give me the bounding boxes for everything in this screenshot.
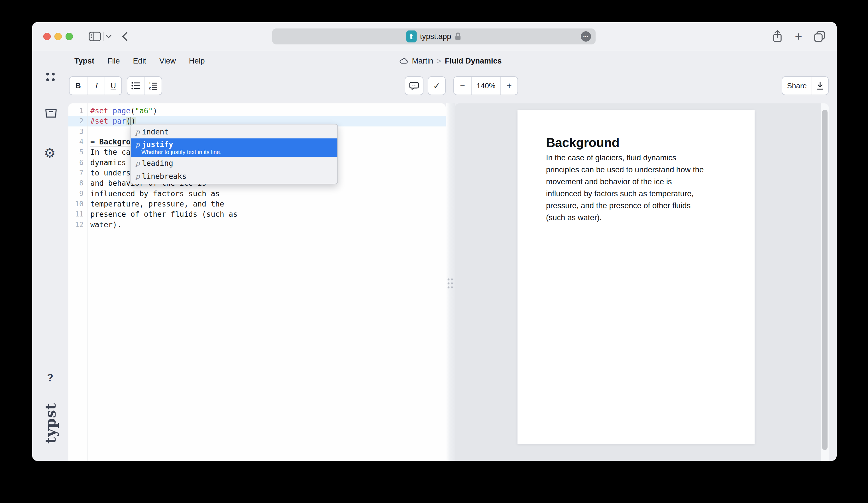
autocomplete-item-linebreaks[interactable]: plinebreaks (131, 170, 338, 183)
preview-text-line: pressure, and the presence of other flui… (546, 200, 704, 212)
code-token-pl: influenced by factors such as (90, 189, 220, 198)
code-token-pl: ( (131, 106, 135, 115)
line-number: 12 (69, 220, 83, 230)
cloud-icon (399, 57, 408, 64)
gutter-separator (87, 103, 88, 461)
line-number: 7 (69, 168, 83, 178)
parameter-icon: p (134, 172, 141, 180)
preview-scrollbar-thumb[interactable] (822, 110, 828, 450)
line-number: 9 (69, 189, 83, 199)
spellcheck-ok-button[interactable]: ✓ (428, 77, 445, 95)
code-token-pl (108, 106, 113, 115)
line-number: 8 (69, 178, 83, 188)
breadcrumb-separator: > (437, 56, 441, 66)
site-favicon: t (406, 31, 417, 42)
autocomplete-label: leading (142, 159, 173, 167)
files-panel-icon[interactable] (45, 108, 57, 120)
bold-button[interactable]: B (70, 77, 87, 95)
menu-item-edit[interactable]: Edit (133, 56, 146, 66)
menu-item-typst[interactable]: Typst (74, 56, 94, 66)
code-line[interactable]: water). (90, 220, 238, 230)
share-page-button[interactable] (772, 30, 783, 43)
numbered-list-icon: 1 2 (148, 82, 158, 90)
desktop-background: t typst.app ••• + (0, 0, 868, 503)
app-grid-icon[interactable] (45, 72, 55, 83)
browser-window: t typst.app ••• + (32, 22, 837, 461)
parameter-icon: p (134, 159, 141, 167)
line-number: 4 (69, 137, 83, 147)
resizer-drag-handle[interactable] (447, 278, 454, 291)
code-token-kw: #set (90, 106, 108, 115)
toolbar-divider (103, 32, 104, 41)
close-button[interactable] (43, 33, 51, 40)
menu-bar: TypstFileEditViewHelp (74, 56, 205, 66)
preview-page: Background In the case of glaciers, flui… (517, 110, 755, 444)
back-button[interactable] (121, 31, 128, 42)
download-icon (816, 82, 824, 90)
menu-item-view[interactable]: View (159, 56, 176, 66)
help-icon[interactable]: ? (47, 372, 53, 384)
autocomplete-item-indent[interactable]: pindent (131, 125, 338, 138)
comment-button[interactable] (405, 77, 423, 95)
svg-text:2: 2 (149, 86, 151, 90)
italic-button[interactable]: I (87, 77, 105, 95)
underline-button[interactable]: U (105, 77, 121, 95)
chevron-down-icon[interactable] (105, 34, 112, 39)
line-number: 2 (69, 116, 83, 126)
browser-toolbar: t typst.app ••• + (32, 22, 837, 51)
preview-pane[interactable]: Background In the case of glaciers, flui… (455, 103, 829, 461)
zoom-button[interactable] (65, 33, 73, 40)
zoom-level[interactable]: 140% (472, 77, 501, 95)
line-number: 11 (69, 209, 83, 219)
page-settings-button[interactable]: ••• (581, 31, 591, 42)
code-line[interactable]: temperature, pressure, and the (90, 199, 238, 209)
preview-text-line: movement and behavior of the ice is (546, 176, 704, 188)
preview-text-line: principles can be used to understand how… (546, 164, 704, 176)
preview-heading: Background (546, 135, 620, 150)
code-token-pl (108, 117, 113, 125)
share-button[interactable]: Share (782, 77, 812, 95)
menu-item-file[interactable]: File (107, 56, 120, 66)
numbered-list-button[interactable]: 1 2 (145, 77, 162, 95)
settings-gear-icon[interactable]: ⚙ (44, 145, 55, 161)
autocomplete-item-justify[interactable]: pjustifyWhether to justify text in its l… (131, 138, 338, 157)
menu-item-help[interactable]: Help (189, 56, 205, 66)
line-number: 6 (69, 157, 83, 168)
address-bar[interactable]: t typst.app ••• (272, 29, 596, 44)
breadcrumb-workspace[interactable]: Martin (412, 56, 433, 66)
code-token-fn: par (113, 117, 126, 125)
preview-text-line: influenced by factors such as temperatur… (546, 188, 704, 200)
autocomplete-label: linebreaks (142, 172, 187, 181)
bullet-list-icon (131, 82, 141, 90)
autocomplete-label: justify (142, 140, 221, 149)
new-tab-button[interactable]: + (793, 29, 804, 44)
preview-text-line: In the case of glaciers, fluid dynamics (546, 152, 704, 164)
preview-scrollbar-track[interactable] (821, 103, 829, 461)
traffic-lights (43, 33, 73, 40)
code-line[interactable]: #set page("a6") (90, 106, 238, 116)
text-style-group: B I U (69, 76, 122, 95)
code-line[interactable]: presence of other fluids (such as (90, 209, 238, 219)
zoom-out-button[interactable]: − (454, 77, 472, 95)
list-group: 1 2 (127, 76, 162, 95)
code-line[interactable]: influenced by factors such as (90, 189, 238, 199)
parameter-icon: p (134, 128, 141, 136)
autocomplete-popup: pindentpjustifyWhether to justify text i… (131, 124, 338, 184)
code-token-str: "a6" (135, 106, 153, 115)
minimize-button[interactable] (54, 33, 62, 40)
breadcrumb[interactable]: Martin > Fluid Dynamics (399, 56, 502, 66)
download-button[interactable] (812, 77, 828, 95)
bullet-list-button[interactable] (127, 77, 145, 95)
autocomplete-description: Whether to justify text in its line. (141, 149, 221, 156)
code-token-pl: presence of other fluids (such as (90, 210, 238, 219)
url-text: typst.app (420, 32, 451, 41)
code-token-pl: temperature, pressure, and the (90, 200, 224, 208)
comment-icon (409, 81, 419, 90)
lock-icon (455, 32, 461, 41)
zoom-in-button[interactable]: + (501, 77, 517, 95)
tab-overview-button[interactable] (813, 30, 826, 43)
check-group: ✓ (428, 76, 446, 95)
autocomplete-label: indent (142, 128, 169, 136)
autocomplete-item-leading[interactable]: pleading (131, 157, 338, 170)
sidebar-toggle-icon[interactable] (88, 31, 102, 42)
